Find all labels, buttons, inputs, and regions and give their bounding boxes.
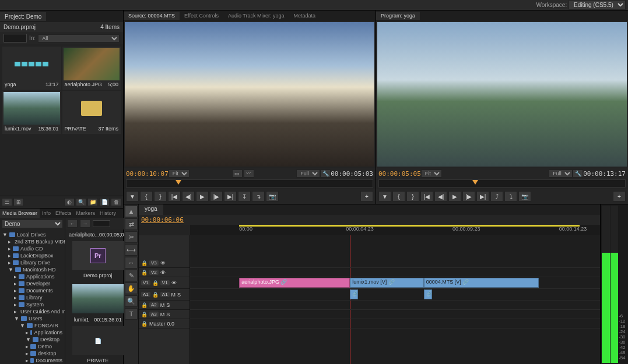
track-header-v2[interactable]: 🔒V2👁	[139, 268, 190, 277]
tree-node[interactable]: ▸ Documents	[2, 287, 62, 294]
tool-button[interactable]: ⟷	[125, 244, 138, 256]
track-a3[interactable]	[190, 310, 600, 319]
audio-mixer-tab[interactable]: Audio Track Mixer: yoga	[223, 12, 289, 20]
bin-item[interactable]: yoga13:17	[2, 47, 61, 90]
metadata-tab[interactable]: Metadata	[289, 12, 320, 20]
timeline-playhead-tc[interactable]: 00:00:06:06	[141, 216, 184, 224]
program-tab[interactable]: Program: yoga	[376, 12, 420, 20]
source-video-only-icon[interactable]: ▭	[232, 169, 243, 178]
tool-button[interactable]: ⇄	[125, 218, 138, 230]
play-button[interactable]: ▶	[448, 191, 461, 202]
tree-node[interactable]: ▼ Local Drives	[2, 231, 62, 238]
timeline-ruler[interactable]: 00:00 00:00:04:23 00:00:09:23 00:00:14:2…	[190, 225, 600, 235]
extract-button[interactable]: ⤵	[504, 191, 517, 202]
find-button[interactable]: 🔍	[76, 198, 86, 206]
tool-button[interactable]: ▲	[125, 206, 138, 217]
tree-node[interactable]: ▸ Library Drive	[2, 259, 62, 266]
mb-item-thumb[interactable]	[72, 284, 124, 313]
tree-node[interactable]: ▼ Desktop	[2, 336, 62, 343]
tree-node[interactable]: ▸ User Guides And In	[2, 308, 62, 315]
program-res-select[interactable]: Full	[549, 169, 573, 178]
source-audio-only-icon[interactable]: 〰	[244, 169, 254, 178]
add-marker-button[interactable]: ▼	[126, 191, 139, 202]
bin-item[interactable]: aerialphoto.JPG5;00	[62, 47, 121, 90]
program-fit-select[interactable]: Fit	[421, 169, 442, 178]
mark-out-button[interactable]: }	[154, 191, 167, 202]
tool-button[interactable]: ↔	[125, 257, 138, 268]
program-timecode-in[interactable]: 00:00:05:05	[378, 170, 421, 178]
tree-node[interactable]: ▼ FONGAIR	[2, 322, 62, 329]
go-to-in-button[interactable]: |◀	[420, 191, 433, 202]
info-tab[interactable]: Info	[40, 208, 53, 218]
auto-match-button[interactable]: ◐	[64, 198, 75, 206]
workspace-select[interactable]: Editing (CS5.5)	[569, 0, 626, 10]
source-video-display[interactable]	[125, 22, 374, 167]
project-search-input[interactable]	[3, 34, 27, 43]
mb-item-thumb[interactable]: 📄	[72, 326, 124, 355]
tree-node[interactable]: ▼ Macintosh HD	[2, 266, 62, 273]
mb-back-button[interactable]: ←	[67, 220, 78, 228]
source-res-select[interactable]: Full	[296, 169, 320, 178]
mb-search-input[interactable]	[93, 220, 110, 227]
icon-view-button[interactable]: ⊞	[13, 198, 24, 206]
bin-item[interactable]: PRIVATE37 Items	[62, 91, 121, 134]
program-video-display[interactable]	[377, 22, 627, 167]
media-browser-tab[interactable]: Media Browser	[0, 208, 40, 218]
delete-button[interactable]: 🗑	[111, 198, 121, 206]
sequence-tab[interactable]: yoga	[139, 204, 163, 215]
clip-audio-00004[interactable]: 🔗	[424, 289, 432, 299]
source-fit-select[interactable]: Fit	[169, 169, 190, 178]
history-tab[interactable]: History	[97, 208, 118, 218]
program-scrub-bar[interactable]	[378, 179, 626, 188]
clip-audio-lumix[interactable]: 🔗	[350, 289, 358, 299]
effect-controls-tab[interactable]: Effect Controls	[180, 12, 223, 20]
mark-in-button[interactable]: {	[140, 191, 153, 202]
tool-button[interactable]: T	[125, 308, 138, 320]
source-tab[interactable]: Source: 00004.MTS	[124, 12, 180, 20]
track-a1[interactable]: 🔗 🔗	[190, 289, 600, 301]
mark-in-button[interactable]: {	[392, 191, 405, 202]
tree-node[interactable]: ▸ Audio CD	[2, 245, 62, 252]
tree-node[interactable]: ▸ Applications	[2, 273, 62, 280]
tree-node[interactable]: ▸ Demo	[2, 343, 62, 350]
export-frame-button[interactable]: 📷	[518, 191, 531, 202]
export-frame-button[interactable]: 📷	[266, 191, 279, 202]
work-area-bar[interactable]	[239, 225, 580, 227]
track-master[interactable]	[190, 319, 600, 328]
track-v1[interactable]: aerialphoto.JPG 🔗 lumix1.mov [V] 🔗 00004…	[190, 277, 600, 289]
play-button[interactable]: ▶	[196, 191, 209, 202]
settings-icon[interactable]: 🔧	[573, 169, 583, 178]
mb-item-thumb[interactable]: Pr	[72, 241, 124, 270]
source-scrub-bar[interactable]	[126, 179, 373, 188]
mb-fwd-button[interactable]: →	[80, 220, 90, 228]
list-view-button[interactable]: ☰	[2, 198, 12, 206]
lift-button[interactable]: ⤴	[490, 191, 503, 202]
markers-tab[interactable]: Markers	[73, 208, 97, 218]
source-timecode-in[interactable]: 00:00:10:07	[126, 170, 169, 178]
track-area[interactable]: aerialphoto.JPG 🔗 lumix1.mov [V] 🔗 00004…	[190, 235, 600, 364]
media-browser-select[interactable]: Demo	[2, 220, 63, 228]
tree-node[interactable]: ▸ System	[2, 301, 62, 308]
tree-node[interactable]: ▸ desktop	[2, 350, 62, 357]
step-forward-button[interactable]: |▶	[210, 191, 223, 202]
button-editor-button[interactable]: +	[360, 191, 373, 202]
step-back-button[interactable]: ◀|	[434, 191, 447, 202]
clip-aerialphoto[interactable]: aerialphoto.JPG 🔗	[239, 278, 350, 288]
track-header-v1[interactable]: V1🔒V1👁	[139, 277, 190, 289]
add-marker-button[interactable]: ▼	[378, 191, 391, 202]
track-header-master[interactable]: 🔒Master0.0	[139, 319, 190, 328]
track-header-v3[interactable]: 🔒V3👁	[139, 259, 190, 268]
tree-node[interactable]: ▸ Applications	[2, 329, 62, 336]
track-header-a3[interactable]: 🔒A3MS	[139, 310, 190, 319]
tool-button[interactable]: ✂	[125, 231, 138, 243]
tree-node[interactable]: ▼ Users	[2, 315, 62, 322]
project-in-select[interactable]: All	[38, 34, 120, 43]
insert-button[interactable]: ↧	[238, 191, 251, 202]
button-editor-button[interactable]: +	[613, 191, 626, 202]
track-v3[interactable]	[190, 259, 600, 268]
track-v2[interactable]	[190, 268, 600, 277]
settings-icon[interactable]: 🔧	[320, 169, 331, 178]
bin-item[interactable]: lumix1.mov15:36:01	[2, 91, 61, 134]
tree-node[interactable]: ▸ Documents	[2, 357, 62, 364]
tree-node[interactable]: ▸ 2nd 3TB Backup VIDEO	[2, 238, 62, 245]
